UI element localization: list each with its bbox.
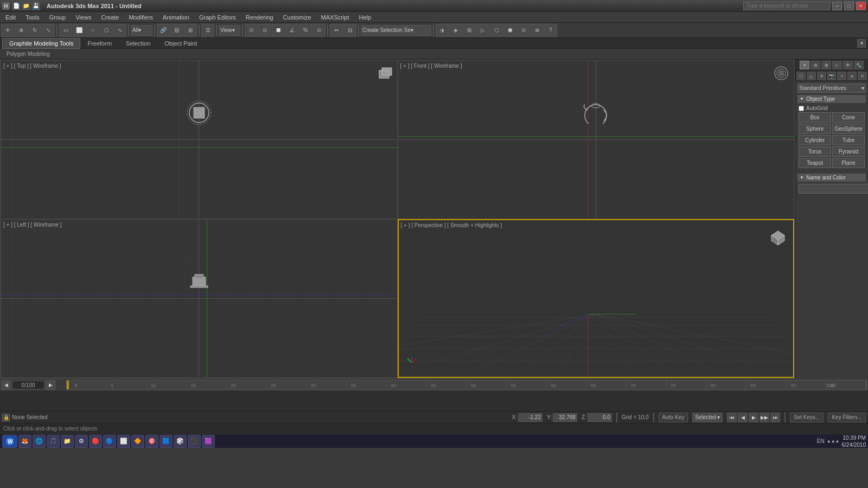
cylinder-btn[interactable]: Cylinder [799,135,831,145]
geosphere-btn[interactable]: GeoSphere [832,124,865,134]
render-scene[interactable]: ⊞ [463,24,476,37]
z-value[interactable] [588,413,612,422]
ribbon-collapse-btn[interactable]: ▾ [857,39,866,48]
name-color-header[interactable]: ▼ Name and Color [797,174,866,182]
material-editor[interactable]: ◈ [449,24,462,37]
view-cube-perspective[interactable] [767,224,789,247]
start-button[interactable]: W [2,435,17,448]
menu-group[interactable]: Group [45,12,71,23]
menu-create[interactable]: Create [97,12,123,23]
y-value[interactable] [553,413,577,422]
next-frame-btn[interactable]: ▶▶ [760,413,769,422]
fence-select[interactable]: ⬡ [100,24,113,37]
new-btn[interactable]: 📄 [12,2,21,10]
menu-modifiers[interactable]: Modifiers [124,12,157,23]
box-btn[interactable]: Box [799,112,831,123]
menu-maxscript[interactable]: MAXScript [317,12,354,23]
rect-select[interactable]: ▭ [59,24,72,37]
maximize-btn[interactable]: □ [844,2,854,10]
select-tool[interactable]: ✛ [1,24,14,37]
autogrid-checkbox[interactable] [799,106,804,111]
menu-animation[interactable]: Animation [158,12,194,23]
app2-btn[interactable]: 🔴 [89,435,102,448]
timeline-left-btn[interactable]: ◀ [1,380,11,390]
view-dropdown[interactable]: View▾ [219,25,240,36]
pyramid-btn[interactable]: Pyramid [832,146,865,157]
menu-graph-editors[interactable]: Graph Editors [195,12,240,23]
percent-snap[interactable]: % [299,24,312,37]
timeline-ruler[interactable]: 0 5 10 15 20 25 30 35 40 45 50 [66,380,867,390]
viewport-front[interactable]: [ + ] [ Front ] [ Wireframe ] [398,60,795,219]
quick-render[interactable]: ▷ [476,24,489,37]
menu-help[interactable]: Help [355,12,376,23]
app6-btn[interactable]: 🎯 [145,435,158,448]
go-end-btn[interactable]: ⏭ [770,413,780,422]
x-value[interactable] [518,413,542,422]
rpanel-tab-utilities[interactable]: 🔧 [854,61,864,69]
use-pivot[interactable]: ⊙ [245,24,258,37]
angle-snap[interactable]: ∠ [285,24,298,37]
ribbon-tab-graphite[interactable]: Graphite Modeling Tools [2,38,80,49]
name-input-field[interactable] [799,184,868,194]
ribbon-tab-selection[interactable]: Selection [119,38,157,49]
affect-pivot[interactable]: ⊙ [258,24,271,37]
unlink-tool[interactable]: ⛓ [170,24,183,37]
ribbon-tab-freeform[interactable]: Freeform [80,38,119,49]
ribbon-sub-polygon-modeling[interactable]: Polygon Modeling [2,50,54,58]
torus-btn[interactable]: Torus [799,146,831,157]
window-crossing[interactable]: ⬜ [73,24,86,37]
lasso-select[interactable]: ∿ [113,24,126,37]
viewport-left[interactable]: [ + ] [ Left ] [ Wireframe ] [1,219,398,378]
app8-btn[interactable]: 🎲 [174,435,187,448]
rpanel-spacewarps[interactable]: ⌀ [847,72,857,80]
autokey-btn[interactable]: Auto Key [659,413,688,422]
key-filters-btn[interactable]: Key Filters... [828,413,866,422]
chrome-btn[interactable]: 🌐 [33,435,46,448]
selected-dropdown[interactable]: Selected ▾ [692,413,723,422]
teapot-btn[interactable]: Teapot [799,158,831,168]
media-btn[interactable]: 🎵 [47,435,60,448]
viewport-perspective[interactable]: [ + ] [ Perspective ] [ Smooth + Highlig… [398,219,795,378]
tube-btn[interactable]: Tube [832,135,865,145]
rpanel-tab-motion[interactable]: ▷ [832,61,842,69]
menu-edit[interactable]: Edit [1,12,20,23]
align-tool[interactable]: ⊟ [343,24,356,37]
menu-tools[interactable]: Tools [21,12,44,23]
minimize-btn[interactable]: ─ [832,2,842,10]
create-selection-dropdown[interactable]: Create Selection Se▾ [361,25,431,36]
rotate-tool[interactable]: ↻ [28,24,41,37]
schematic-view[interactable]: ⬗ [436,24,449,37]
app1-btn[interactable]: ⚙ [75,435,88,448]
view-cube-top[interactable] [376,65,393,81]
app3-btn[interactable]: 🔵 [103,435,116,448]
object-type-header[interactable]: ▼ Object Type [797,95,866,103]
rpanel-shapes[interactable]: △ [807,72,816,80]
app10-btn[interactable]: 🟪 [202,435,215,448]
primitives-dropdown[interactable]: Standard Primitives ▾ [797,84,866,93]
asset-browser[interactable]: ⊕ [531,24,544,37]
filter-dropdown[interactable]: All▾ [131,25,152,36]
select-by-name[interactable]: ☰ [201,24,214,37]
go-start-btn[interactable]: ⏮ [727,413,737,422]
help-btn[interactable]: ? [544,24,557,37]
plane-btn[interactable]: Plane [832,158,865,168]
link-tool[interactable]: 🔗 [157,24,170,37]
sphere-btn[interactable]: Sphere [799,124,831,134]
activeshade[interactable]: ⬡ [490,24,503,37]
scale-tool[interactable]: ⤡ [42,24,55,37]
ribbon-tab-object-paint[interactable]: Object Paint [157,38,204,49]
lock-icon[interactable]: 🔒 [2,414,10,421]
rpanel-systems[interactable]: ≡ [858,72,867,80]
save-btn[interactable]: 💾 [31,2,40,10]
rpanel-helpers[interactable]: + [837,72,846,80]
rpanel-tab-hierarchy[interactable]: ⊞ [821,61,831,69]
render-to-texture[interactable]: ⬢ [503,24,516,37]
play-btn[interactable]: ▶ [749,413,758,422]
mirror-tool[interactable]: ⇔ [330,24,343,37]
rpanel-tab-modify[interactable]: ⚙ [810,61,820,69]
frame-counter[interactable]: 0/100 [12,381,44,389]
slate-material[interactable]: ⊙ [517,24,530,37]
rpanel-cameras[interactable]: 📷 [827,72,837,80]
menu-customize[interactable]: Customize [279,12,316,23]
app7-btn[interactable]: 🟦 [159,435,173,448]
